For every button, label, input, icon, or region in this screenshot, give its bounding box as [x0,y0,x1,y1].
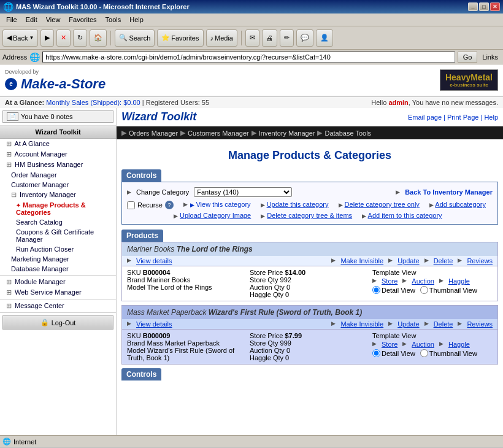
recurse-checkbox[interactable] [127,201,135,209]
action-links-right-1: ▶ Make Invisible ▶ Update ▶ Delete ▶ Rev… [331,320,493,328]
expand-icon: ⊞ [6,278,12,285]
sidebar-item-auction-closer[interactable]: Run Auction Closer [0,244,116,254]
product-col1-0: SKU B000004 Brand Mariner Books Model Th… [127,269,247,298]
nav-orders-manager[interactable]: Orders Manager [129,129,178,137]
delete-link-1[interactable]: Delete [434,320,453,328]
auction-link-0[interactable]: Auction [412,277,434,285]
sidebar-item-search-catalog[interactable]: Search Catalog [0,217,116,227]
view-details-link-0[interactable]: View details [136,257,172,265]
sidebar-item-inventory-manager[interactable]: ⊟ Inventory Manager [0,190,116,200]
help-icon[interactable]: ? [165,201,174,209]
address-input[interactable] [42,52,455,63]
view-details-link-1[interactable]: View details [136,320,172,328]
menu-bar: File Edit View Favorites Tools Help [0,14,503,26]
discuss-button[interactable]: 💬 [296,29,313,47]
haggle-link-1[interactable]: Haggle [448,341,470,348]
upload-category-image-link[interactable]: Upload Category Image [180,212,251,219]
nav-customers-manager[interactable]: Customers Manager [188,129,249,137]
home-icon: 🏠 [94,34,102,42]
reviews-link-0[interactable]: Reviews [467,257,493,265]
menu-tools[interactable]: Tools [102,15,125,25]
at-a-glance-right: Hello admin, You have no new messages. [371,99,498,106]
add-subcategory-link[interactable]: Add subcategory [435,201,486,208]
back-to-inventory-link[interactable]: Back To Inventory Manager [405,188,493,196]
view-links-0: ▶ View details [127,257,172,265]
sidebar-item-at-a-glance[interactable]: ⊞ At A Glance [0,139,116,149]
back-button[interactable]: ◀ Back ▼ [2,29,38,47]
refresh-button[interactable]: ↻ [73,29,87,47]
delete-link-0[interactable]: Delete [434,257,453,265]
product-title-bar-0: Mariner Books The Lord of the Rings [122,242,497,256]
nav-sep-0: ▶ [121,129,126,137]
address-label: Address [2,53,27,61]
sidebar-item-message-center[interactable]: ⊞ Message Center [0,301,116,311]
media-button[interactable]: ♪ Media [206,29,237,47]
sidebar-item-web-service-manager[interactable]: ⊞ Web Service Manager [0,287,116,298]
controls-section: Controls ▶ Change Category Fantasy (140)… [121,169,498,225]
print-button[interactable]: 🖨 [262,29,277,47]
admin-link[interactable]: admin [388,99,408,106]
email-page-link[interactable]: Email page [408,114,442,121]
messenger-button[interactable]: 👤 [316,29,333,47]
menu-file[interactable]: File [2,15,21,25]
menu-favorites[interactable]: Favorites [65,15,100,25]
sidebar-item-hm-business-manager[interactable]: ⊞ HM Business Manager [0,160,116,170]
sidebar-separator [0,275,116,276]
help-link[interactable]: Help [484,114,498,121]
sales-link[interactable]: Monthly Sales (Shipped): $0.00 [46,99,140,106]
links-button[interactable]: Links [480,53,501,61]
toolbar-separator-2 [241,31,242,45]
search-button[interactable]: 🔍 Search [115,29,155,47]
nav-inventory-manager[interactable]: Inventory Manager [259,129,315,137]
sidebar-item-coupons[interactable]: Coupons & Gift Certificate Manager [0,227,116,244]
go-button[interactable]: Go [458,52,478,63]
wt-links: Email page | Print Page | Help [408,114,498,121]
home-button[interactable]: 🏠 [90,29,107,47]
expand-icon: ⊞ [6,288,12,296]
menu-edit[interactable]: Edit [22,15,41,25]
delete-tree-items-link[interactable]: Delete category tree & items [267,212,352,219]
sidebar-item-marketing-manager[interactable]: Marketing Manager [0,254,116,264]
auction-link-1[interactable]: Auction [412,341,434,348]
category-select[interactable]: Fantasy (140)Books (100)Science Fiction … [194,187,292,197]
view-this-category-link[interactable]: View this category [190,201,251,208]
maximize-button[interactable]: □ [479,2,489,11]
close-button[interactable]: ✕ [490,2,500,11]
haggle-link-0[interactable]: Haggle [448,277,470,285]
sidebar-item-module-manager[interactable]: ⊞ Module Manager [0,277,116,287]
mail-button[interactable]: ✉ [245,29,259,47]
store-link-1[interactable]: Store [382,341,397,348]
sidebar-item-manage-products[interactable]: ✦ Manage Products & Categories [0,200,116,217]
update-link-0[interactable]: Update [397,257,419,265]
sidebar-item-database-manager[interactable]: Database Manager [0,264,116,274]
forward-button[interactable]: ▶ [40,29,54,47]
recurse-label: Recurse [137,201,163,209]
make-invisible-link-0[interactable]: Make Invisible [340,257,383,265]
product-brand-1: Mass Market Paperback [127,308,206,317]
sidebar-item-account-manager[interactable]: ⊞ Account Manager [0,149,116,160]
reviews-link-1[interactable]: Reviews [467,320,493,328]
menu-view[interactable]: View [42,15,64,25]
make-invisible-link-1[interactable]: Make Invisible [340,320,383,328]
store-link-0[interactable]: Store [382,277,397,285]
notes-button[interactable]: 📄 You have 0 notes [2,110,113,123]
change-category-label: Change Category [136,188,189,196]
stop-button[interactable]: ✕ [56,29,71,47]
minimize-button[interactable]: _ [468,2,478,11]
menu-help[interactable]: Help [126,15,147,25]
update-category-link[interactable]: Update this category [267,201,329,208]
delete-tree-only-link[interactable]: Delete category tree only [345,201,420,208]
add-item-link[interactable]: Add item to this category [368,212,442,219]
nav-database-tools[interactable]: Database Tools [324,129,371,137]
edit-button[interactable]: ✏ [280,29,294,47]
edit-icon: ✏ [284,34,290,42]
window-title: 🌐 MAS Wizard Toolkit 10.00 - Microsoft I… [3,2,190,12]
update-link-1[interactable]: Update [397,320,419,328]
product-item-1: Mass Market Paperback Wizard's First Rul… [121,305,498,365]
favorites-button[interactable]: ⭐ Favorites [157,29,203,47]
logout-button[interactable]: 🔒 Log-Out [2,315,113,330]
print-page-link[interactable]: Print Page [447,114,478,121]
sidebar-item-order-manager[interactable]: Order Manager [0,170,116,180]
sidebar-item-customer-manager[interactable]: Customer Manager [0,180,116,190]
wt-title: Wizard Toolkit [121,110,196,123]
